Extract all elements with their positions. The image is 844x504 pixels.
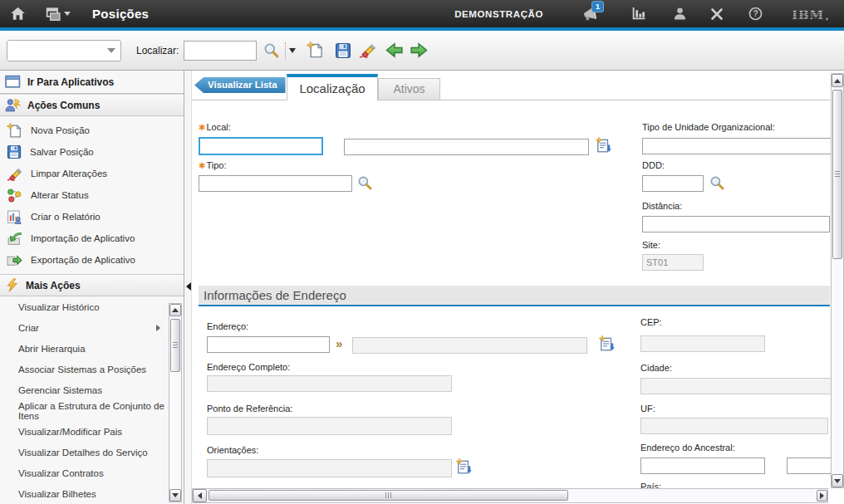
sidebar-scroll-down-button[interactable]	[169, 489, 181, 502]
find-input[interactable]	[184, 41, 257, 61]
sidebar-item-alterar-status[interactable]: Alterar Status	[0, 184, 184, 206]
menu-item-gerenciar-sistemas[interactable]: Gerenciar Sistemas	[0, 379, 184, 400]
help-icon	[748, 7, 763, 21]
sidebar-item-importacao-aplicativo[interactable]: Importação de Aplicativo	[0, 228, 184, 249]
profile-button[interactable]	[673, 7, 687, 21]
save-icon	[335, 42, 351, 59]
section-header-endereco: Informações de Endereço	[199, 286, 830, 306]
magnifier-icon	[709, 175, 725, 191]
menu-item-visualizar-bilhetes[interactable]: Visualizar Bilhetes	[0, 483, 184, 504]
field-local-description-input[interactable]	[344, 139, 589, 155]
menu-item-label: Aplicar a Estrutura de Conjunto de Itens	[18, 401, 184, 421]
required-icon: ✱	[199, 161, 205, 170]
field-endereco-ancestral-label: Endereço do Ancestral:	[640, 443, 735, 453]
sidebar-scrollbar[interactable]	[169, 303, 182, 502]
menu-item-aplicar-estrutura[interactable]: Aplicar a Estrutura de Conjunto de Itens	[0, 400, 184, 421]
next-record-button[interactable]	[410, 42, 428, 58]
field-orientacoes-input	[207, 459, 452, 477]
sidebar-scroll-up-button[interactable]	[169, 304, 181, 316]
announcements-button[interactable]: 1	[580, 7, 598, 22]
sidebar-item-exportacao-aplicativo[interactable]: Exportação de Aplicativo	[0, 249, 184, 271]
applications-menu-button[interactable]	[46, 7, 71, 22]
main-vertical-scrollbar[interactable]	[831, 73, 844, 488]
notification-badge: 1	[591, 1, 604, 12]
find-label: Localizar:	[136, 45, 179, 56]
ddd-select-value-button[interactable]	[709, 175, 725, 193]
field-local-label: ✱Local:	[199, 122, 231, 132]
scroll-left-button[interactable]	[193, 489, 207, 502]
tab-ativos[interactable]: Ativos	[378, 78, 440, 100]
field-cidade-input	[640, 378, 832, 394]
previous-record-button[interactable]	[385, 42, 404, 58]
sidebar-header-more-actions[interactable]: Mais Ações	[0, 274, 184, 296]
field-endereco-ancestral-input-1[interactable]	[640, 458, 765, 474]
person-bolt-icon	[5, 98, 21, 112]
menu-item-label: Visualizar Detalhes do Serviço	[18, 448, 148, 458]
save-icon	[7, 144, 22, 159]
menu-item-criar[interactable]: Criar	[0, 317, 184, 338]
field-orientacoes-label: Orientações:	[207, 445, 258, 455]
search-options-caret-icon[interactable]	[289, 48, 296, 53]
field-distancia-label: Distância:	[642, 201, 682, 211]
sidebar-scrollbar-thumb[interactable]	[170, 319, 180, 372]
bar-chart-icon	[631, 7, 646, 21]
long-description-icon	[596, 137, 612, 154]
field-local-input[interactable]	[199, 137, 323, 155]
list-view-button[interactable]: Visualizar Lista	[194, 77, 286, 93]
menu-item-abrir-hierarquia[interactable]: Abrir Hierarquia	[0, 338, 184, 359]
top-navbar: Posições DEMONSTRAÇÃO 1	[0, 0, 844, 27]
tipo-select-value-button[interactable]	[357, 175, 373, 193]
menu-item-visualizar-modificar-pais[interactable]: Visualizar/Modificar Pais	[0, 421, 184, 442]
main-content: Visualizar Lista Localização Ativos ✱Loc…	[192, 71, 844, 504]
scroll-right-button[interactable]	[817, 490, 827, 502]
import-icon	[7, 232, 22, 246]
close-icon	[710, 7, 724, 21]
window-icon	[5, 75, 21, 89]
field-ddd-input[interactable]	[642, 175, 704, 192]
menu-item-visualizar-detalhes-servico[interactable]: Visualizar Detalhes do Serviço	[0, 442, 184, 462]
menu-item-visualizar-contratos[interactable]: Visualizar Contratos	[0, 462, 184, 483]
more-actions-list: Visualizar Histórico Criar Abrir Hierarq…	[0, 296, 184, 498]
scroll-up-button[interactable]	[832, 74, 843, 87]
long-description-button[interactable]	[599, 335, 616, 355]
crossover-chevrons-icon[interactable]: »	[336, 336, 342, 350]
menu-item-label: Visualizar Contratos	[18, 468, 104, 478]
menu-item-associar-sistemas[interactable]: Associar Sistemas a Posições	[0, 359, 184, 379]
tab-localizacao[interactable]: Localização	[287, 74, 378, 100]
menu-item-visualizar-historico[interactable]: Visualizar Histórico	[0, 296, 184, 317]
vertical-scrollbar-thumb[interactable]	[832, 90, 842, 259]
sidebar-item-salvar-posicao[interactable]: Salvar Posição	[0, 141, 184, 163]
clear-changes-button[interactable]	[359, 42, 376, 59]
sidebar-item-nova-posicao[interactable]: Nova Posição	[0, 120, 184, 141]
field-ddd-label: DDD:	[642, 160, 665, 170]
sidebar-header-go-to-applications[interactable]: Ir Para Aplicativos	[0, 71, 184, 94]
action-label: Limpar Alterações	[31, 169, 107, 179]
start-center-button[interactable]	[631, 7, 646, 21]
horizontal-scrollbar-thumb[interactable]	[209, 490, 568, 501]
field-tipo-input[interactable]	[199, 175, 352, 192]
sidebar-collapse-handle[interactable]	[186, 282, 191, 291]
scroll-down-button[interactable]	[832, 474, 843, 487]
app-switcher-input[interactable]	[7, 41, 101, 61]
search-button[interactable]	[263, 42, 280, 59]
sidebar-item-limpar-alteracoes[interactable]: Limpar Alterações	[0, 163, 184, 184]
menu-item-label: Gerenciar Sistemas	[18, 385, 102, 395]
sidebar-header-common-actions[interactable]: Ações Comuns	[0, 94, 184, 116]
main-horizontal-scrollbar[interactable]	[192, 488, 828, 503]
home-icon[interactable]	[10, 6, 26, 22]
help-button[interactable]	[748, 7, 763, 21]
sign-out-button[interactable]	[710, 7, 724, 21]
field-distancia-input[interactable]	[642, 216, 830, 232]
more-actions-label: Mais Ações	[26, 280, 81, 291]
new-record-button[interactable]	[307, 42, 324, 59]
required-icon: ✱	[199, 123, 205, 132]
long-description-button[interactable]	[596, 137, 612, 156]
field-endereco-input[interactable]	[207, 336, 330, 353]
submenu-arrow-icon	[156, 325, 160, 331]
combobox-caret-icon[interactable]	[102, 41, 120, 61]
save-record-button[interactable]	[335, 42, 351, 59]
field-org-unit-input[interactable]	[642, 138, 833, 154]
sidebar-item-criar-relatorio[interactable]: Criar o Relatório	[0, 206, 184, 228]
app-switcher-combobox[interactable]	[7, 40, 121, 61]
long-description-button[interactable]	[456, 458, 473, 477]
